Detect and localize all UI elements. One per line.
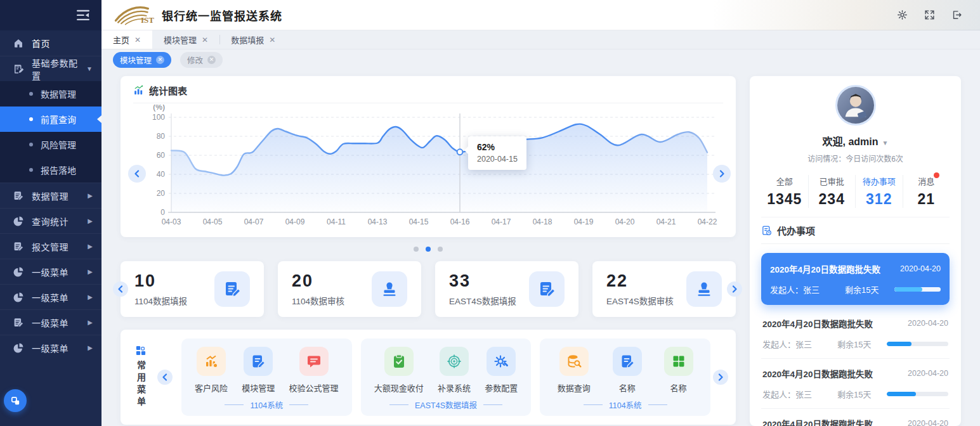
sidebar-item-一级菜单-6[interactable]: 一级菜单▶: [0, 284, 101, 309]
todo-item-2[interactable]: 2020年4月20日数据跑批失败2020-04-20发起人：张三剩余15天: [761, 309, 950, 359]
todo-item-title: 2020年4月20日数据跑批失败: [762, 417, 873, 426]
sidebar-item-首页-0[interactable]: 首页: [0, 30, 101, 56]
svg-text:40: 40: [157, 170, 166, 179]
todo-item-title-row: 2020年4月20日数据跑批失败2020-04-20: [762, 367, 948, 380]
profile-stat-待办事项[interactable]: 待办事项312: [856, 175, 903, 208]
quick-menu-next-button[interactable]: [713, 370, 728, 385]
svg-text:(%): (%): [153, 105, 165, 112]
quick-item-参数配置[interactable]: 参数配置: [485, 347, 518, 394]
stats-next-button[interactable]: [727, 281, 742, 297]
profile-stat-label: 已审批: [820, 175, 844, 187]
sidebar-item-报文管理-4[interactable]: 报文管理▶: [0, 233, 101, 259]
sidebar-submenu: 数据管理前置查询风险管理报告落地: [0, 81, 101, 183]
sidebar-header: [0, 0, 101, 30]
tab-模块管理[interactable]: 模块管理✕: [152, 30, 219, 49]
chart-next-button[interactable]: [713, 165, 731, 183]
welcome-text[interactable]: 欢迎, admin▼: [761, 133, 950, 148]
stat-value: 33: [449, 271, 529, 291]
sidebar-subitem-风险管理[interactable]: 风险管理: [0, 132, 101, 157]
sidebar-item-基础参数配置-1[interactable]: 基础参数配置▼: [0, 56, 101, 81]
sidebar-item-label: 报文管理: [32, 240, 88, 253]
carousel-dot-3[interactable]: [438, 247, 443, 252]
sidebar-subitem-前置查询[interactable]: 前置查询: [0, 106, 101, 132]
stamp-icon: [372, 271, 407, 307]
svg-text:80: 80: [157, 132, 166, 141]
collapse-menu-icon[interactable]: [76, 9, 90, 22]
profile-stat-已审批[interactable]: 已审批234: [809, 175, 856, 208]
fullscreen-icon[interactable]: [924, 10, 935, 20]
chart-prev-button[interactable]: [128, 165, 146, 183]
sidebar-subitem-报告落地[interactable]: 报告落地: [0, 157, 101, 183]
caret-down-icon: ▼: [882, 139, 889, 146]
todo-item-initiator: 发起人：张三: [762, 338, 837, 350]
quick-item-客户风险[interactable]: 客户风险: [195, 347, 228, 394]
sidebar-item-一级菜单-7[interactable]: 一级菜单▶: [0, 309, 101, 335]
quick-group-caption: 1104系统: [188, 396, 346, 412]
svg-text:04-11: 04-11: [327, 217, 346, 226]
caret-right-icon: ▶: [88, 192, 93, 199]
profile-stat-value: 312: [856, 191, 903, 208]
grid-app-icon: [671, 354, 686, 369]
notification-dot: [934, 172, 939, 178]
profile-stat-全部[interactable]: 全部1345: [761, 175, 809, 208]
top-header: IST 银行统一监管报送系统: [101, 0, 980, 30]
stats-prev-button[interactable]: [113, 281, 128, 297]
tab-数据填报[interactable]: 数据填报✕: [219, 30, 287, 49]
stat-card-EAST4S数据审核[interactable]: 22EAST4S数据审核: [592, 261, 736, 317]
quick-item-模块管理[interactable]: 模块管理: [242, 347, 275, 394]
filter-chip-修改[interactable]: 修改✕: [180, 52, 223, 68]
caret-right-icon: ▶: [88, 268, 93, 275]
line-chart[interactable]: 204060801000(%)04-0304-0504-0704-0904-11…: [133, 105, 723, 231]
stat-value: 20: [292, 271, 372, 291]
carousel-dot-2[interactable]: [426, 247, 431, 252]
todo-item-3[interactable]: 2020年4月20日数据跑批失败2020-04-20发起人：张三剩余15天: [761, 359, 950, 409]
quick-item-补录系统[interactable]: 补录系统: [438, 347, 471, 394]
customer-risk-icon: [204, 354, 219, 369]
quick-item-大额现金收付[interactable]: 大额现金收付: [374, 347, 424, 394]
sidebar-item-数据管理-2[interactable]: 数据管理▶: [0, 183, 101, 208]
bullet-dot-icon: [29, 168, 33, 172]
sidebar-item-一级菜单-5[interactable]: 一级菜单▶: [0, 259, 101, 284]
todo-item-date: 2020-04-20: [908, 419, 948, 426]
sidebar-subitem-数据管理[interactable]: 数据管理: [0, 81, 101, 106]
quick-item-名称[interactable]: 名称: [613, 347, 642, 394]
theme-switcher-button[interactable]: [4, 389, 27, 412]
stat-card-EAST4S数据填报[interactable]: 33EAST4S数据填报: [435, 261, 578, 317]
quick-menu-prev-button[interactable]: [157, 370, 173, 385]
formula-check-icon: [306, 354, 322, 369]
todo-item-1[interactable]: 2020年4月20日数据跑批失败2020-04-20发起人：张三剩余15天: [761, 253, 950, 305]
svg-text:04-17: 04-17: [492, 217, 511, 226]
chip-close-icon[interactable]: ✕: [156, 56, 164, 64]
quick-item-label: 名称: [619, 382, 636, 394]
chip-close-icon[interactable]: ✕: [207, 56, 216, 64]
tab-bar: 主页✕模块管理✕数据填报✕: [101, 30, 980, 49]
sidebar-item-一级菜单-8[interactable]: 一级菜单▶: [0, 335, 101, 360]
quick-item-名称[interactable]: 名称: [664, 347, 693, 394]
filter-chip-模块管理[interactable]: 模块管理✕: [113, 52, 171, 68]
close-icon[interactable]: ✕: [202, 36, 208, 44]
caret-down-icon: ▼: [86, 65, 93, 72]
tab-主页[interactable]: 主页✕: [101, 30, 152, 49]
carousel-dots: [121, 237, 736, 261]
quick-item-数据查询[interactable]: 数据查询: [558, 347, 591, 394]
stat-card-1104数据审核[interactable]: 201104数据审核: [278, 261, 421, 317]
profile-stat-消息[interactable]: 消息21: [903, 175, 950, 208]
close-icon[interactable]: ✕: [134, 36, 141, 44]
quick-item-校验公式管理[interactable]: 校验公式管理: [289, 347, 339, 394]
content-area: 统计图表 204060801000(%)04-0304-0504-0704-09…: [101, 70, 980, 426]
chip-label: 修改: [187, 54, 203, 66]
stat-card-1104数据填报[interactable]: 101104数据填报: [121, 261, 264, 317]
sidebar-item-查询统计-3[interactable]: 查询统计▶: [0, 208, 101, 233]
chip-bar: 模块管理✕修改✕: [101, 49, 980, 70]
gear-icon[interactable]: [897, 10, 908, 20]
avatar[interactable]: [835, 85, 876, 126]
carousel-dot-1[interactable]: [414, 247, 419, 252]
todo-item-meta-row: 发起人：张三剩余15天: [770, 283, 941, 295]
sidebar-subitem-label: 数据管理: [41, 87, 76, 100]
cash-payment-icon: [384, 347, 414, 376]
todo-item-4[interactable]: 2020年4月20日数据跑批失败2020-04-20发起人：张三剩余4天: [761, 409, 950, 426]
todo-progress-bar: [887, 342, 948, 346]
close-icon[interactable]: ✕: [269, 36, 275, 44]
logout-icon[interactable]: [951, 10, 962, 20]
stamp-icon: [695, 280, 713, 298]
